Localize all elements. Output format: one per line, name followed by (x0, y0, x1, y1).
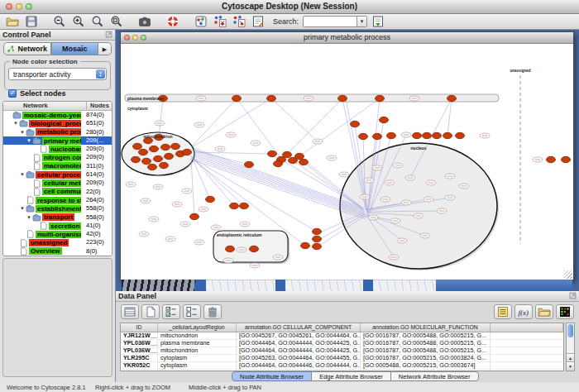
tree-row[interactable]: ▼metabolic process280(0) (3, 128, 112, 136)
expand-triangle-icon[interactable]: ▼ (12, 121, 19, 126)
zoom-selected-button[interactable] (89, 15, 106, 29)
tree-row[interactable]: cell communicat22(0) (3, 188, 112, 196)
snapshot-button[interactable] (136, 15, 153, 29)
graph-node[interactable] (268, 151, 277, 156)
graph-node[interactable] (133, 143, 142, 149)
zoom-out-button[interactable] (50, 15, 68, 29)
graph-node[interactable] (226, 246, 235, 251)
graph-node[interactable] (206, 196, 215, 202)
graph-node[interactable] (373, 133, 382, 139)
graph-node[interactable] (171, 143, 180, 149)
graph-node[interactable] (380, 117, 389, 122)
graph-node[interactable] (150, 146, 159, 151)
table-cell[interactable]: [GO:0016787, GO:0005488, GO:0005215, G..… (361, 332, 490, 339)
table-cell[interactable]: [GO:0005488, GO:0005215, GO:0003674] (361, 362, 490, 369)
tree-row[interactable]: macromolecule311(0) (3, 162, 112, 170)
expand-triangle-icon[interactable]: ▼ (26, 138, 32, 143)
scroll-down-icon[interactable]: ▼ (567, 361, 574, 370)
open-folder-button[interactable] (3, 15, 21, 29)
graph-node[interactable] (359, 133, 368, 139)
expand-triangle-icon[interactable]: ▼ (19, 206, 26, 211)
graph-node[interactable] (413, 132, 422, 138)
zoom-in-button[interactable] (69, 15, 87, 29)
tree-row[interactable]: ▼establishment of lo558(0) (3, 204, 112, 213)
graph-node[interactable] (433, 132, 442, 138)
graph-node[interactable] (154, 155, 163, 161)
expand-triangle-icon[interactable]: ▼ (26, 215, 32, 220)
graph-node[interactable] (250, 246, 259, 251)
table-cell[interactable]: mitochondrion (158, 370, 237, 371)
graph-node[interactable] (295, 153, 304, 159)
save-button[interactable] (22, 15, 40, 29)
background-window-edge[interactable] (363, 280, 373, 291)
background-window-strip[interactable] (285, 280, 363, 291)
tree-row[interactable]: multi-organism pro42(0) (3, 230, 112, 238)
table-cell[interactable]: [GO:0045263, GO:0044464, GO:0044455, G..… (237, 355, 361, 361)
graph-node[interactable] (232, 95, 242, 101)
background-window-edge[interactable] (275, 280, 285, 291)
select-nodes-checkbox[interactable]: ✓ (8, 89, 17, 98)
network-view-window[interactable]: primary metabolic process plasma membran… (120, 31, 574, 280)
tree-row[interactable]: nitrogen compo209(0) (3, 153, 112, 161)
float-icon[interactable] (569, 292, 577, 301)
expand-triangle-icon[interactable]: ▼ (19, 130, 26, 135)
network-minimize-button[interactable] (132, 35, 138, 41)
table-button[interactable] (121, 304, 139, 319)
tree-row[interactable]: Overview8(0) (3, 247, 112, 256)
table-cell[interactable]: [GO:0016787, GO:0005488, GO:0005215, G..… (361, 347, 490, 354)
tab-network-attribute-browser[interactable]: Network Attribute Browser (390, 371, 479, 381)
table-row[interactable]: YPL036W__1mitochondrion[GO:0044464, GO:0… (121, 347, 563, 355)
graph-node[interactable] (274, 160, 283, 166)
zoom-button[interactable] (26, 3, 32, 10)
table-cell[interactable]: [GO:0016787, GO:0005488, GO:0005215, G..… (361, 340, 490, 347)
graph-node[interactable] (456, 132, 465, 138)
tree-row[interactable]: ▼primary metabo209(... (3, 136, 112, 145)
graph-node[interactable] (190, 213, 199, 219)
graph-node[interactable] (165, 153, 174, 159)
table-cell[interactable]: [GO:0044464, GO:0044446, GO:0044444, G..… (237, 362, 361, 369)
tree-row[interactable]: mosaic-demo-yeast874(0) (3, 111, 112, 119)
graph-node[interactable] (376, 95, 385, 101)
graph-node[interactable] (299, 159, 309, 165)
layout-b-button[interactable] (230, 15, 247, 29)
vizmapper-button[interactable] (192, 15, 209, 29)
search-dropdown-icon[interactable]: ▼ (356, 17, 366, 26)
tab-edge-attribute-browser[interactable]: Edge Attribute Browser (311, 371, 391, 381)
table-column-header[interactable]: annotation.GO MOLECULAR_FUNCTION (361, 323, 490, 332)
graph-node[interactable] (338, 95, 347, 101)
graph-node[interactable] (387, 132, 396, 138)
table-column-header[interactable]: annotation.GO CELLULAR_COMPONENT (237, 323, 361, 332)
background-window-strip[interactable] (373, 280, 436, 291)
unselect-attrs-button[interactable] (183, 304, 201, 319)
select-attrs-button[interactable] (162, 304, 180, 319)
attr-list-button[interactable] (494, 304, 512, 319)
background-network-thumbnail[interactable] (122, 280, 194, 291)
graph-node[interactable] (183, 149, 192, 155)
graph-node[interactable] (313, 243, 322, 249)
help-button[interactable] (164, 15, 181, 29)
table-cell[interactable]: YPL036W__1 (121, 347, 158, 354)
delete-button[interactable] (203, 304, 222, 319)
import-button[interactable] (535, 304, 553, 319)
graph-node[interactable] (245, 161, 254, 167)
table-row[interactable]: YJR121W__1mitochondrion[GO:0045267, GO:0… (121, 332, 563, 340)
function-button[interactable]: f(x) (514, 304, 533, 319)
graph-node[interactable] (301, 242, 310, 248)
new-doc-button[interactable] (141, 304, 160, 319)
tree-row[interactable]: ▼transport558(0) (3, 213, 112, 222)
float-icon[interactable] (105, 31, 112, 40)
table-cell[interactable]: plasma membrane (158, 340, 237, 347)
tab-node-attribute-browser[interactable]: Node Attribute Browser (232, 371, 312, 381)
background-window-edge[interactable] (196, 280, 206, 291)
table-cell[interactable]: YKR052C (121, 362, 158, 369)
tab-mosaic[interactable]: Mosaic (51, 42, 99, 55)
graph-node[interactable] (148, 164, 157, 170)
close-button[interactable] (6, 3, 12, 10)
search-options-button[interactable] (369, 15, 386, 29)
layout-a-button[interactable] (211, 15, 228, 29)
table-cell[interactable]: cytoplasm (158, 355, 237, 361)
minimize-button[interactable] (16, 3, 22, 10)
table-column-header[interactable]: _cellularLayoutRegion (158, 323, 237, 332)
table-column-header[interactable]: ID (121, 323, 158, 332)
network-window-titlebar[interactable]: primary metabolic process (121, 32, 573, 44)
